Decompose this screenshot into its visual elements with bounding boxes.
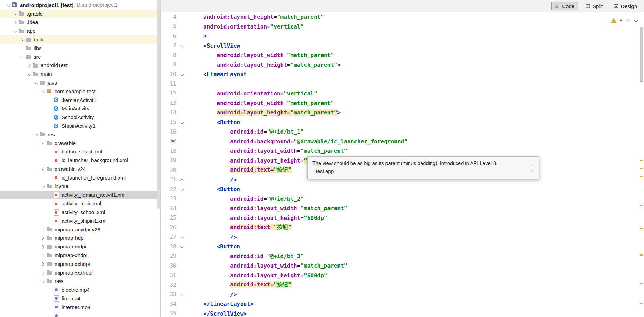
- tree-item-activity-main-xml[interactable]: activity_main.xml: [0, 199, 160, 208]
- code-text[interactable]: android:layout_height="match_parent">: [188, 62, 341, 68]
- fold-open-icon[interactable]: [176, 70, 188, 79]
- code-text[interactable]: android:background="@drawable/ic_launche…: [188, 138, 408, 145]
- tree-item-mipmap-xhdpi[interactable]: mipmap-xhdpi: [0, 251, 160, 260]
- tree-item-fire-mp4[interactable]: fire.mp4: [0, 294, 160, 303]
- code-text[interactable]: <Button: [188, 186, 240, 192]
- code-text[interactable]: android:orientation="vertical": [188, 90, 317, 97]
- split-mode-button[interactable]: Split: [582, 2, 606, 10]
- tree-item-ic-launcher-background-xml[interactable]: ic_launcher_background.xml: [0, 156, 160, 165]
- chevron-down-icon[interactable]: [33, 132, 39, 137]
- code-text[interactable]: android:layout_width="match_parent": [188, 262, 347, 269]
- fold-open-icon[interactable]: [176, 118, 188, 127]
- code-text[interactable]: android:layout_height="600dp": [188, 272, 327, 279]
- warning-stripe-mark[interactable]: [640, 228, 643, 229]
- fold-open-icon[interactable]: [176, 184, 188, 194]
- chevron-right-icon[interactable]: [40, 261, 46, 267]
- tree-item-activity-shipin1-xml[interactable]: activity_shipin1.xml: [0, 216, 160, 225]
- tree-item-build[interactable]: build: [0, 35, 160, 44]
- chevron-right-icon[interactable]: [40, 244, 46, 249]
- code-text[interactable]: android:text="按钮": [188, 224, 292, 231]
- chevron-down-icon[interactable]: [40, 88, 46, 94]
- tree-item-libs[interactable]: libs: [0, 44, 160, 53]
- tree-item-ic-launcher-foreground-xml[interactable]: ic_launcher_foreground.xml: [0, 173, 160, 182]
- tree-item-schoolactivity[interactable]: SchoolActivity: [0, 113, 160, 121]
- next-warning-icon[interactable]: [634, 18, 638, 23]
- tree-item-mipmap-xxhdpi[interactable]: mipmap-xxhdpi: [0, 260, 160, 268]
- code-text[interactable]: android:layout_height="match_parent": [188, 14, 324, 20]
- tree-item-internet-mp4[interactable]: internet.mp4: [0, 303, 160, 311]
- tree-item--idea[interactable]: .idea: [0, 18, 160, 27]
- code-text[interactable]: android:layout_width="match_parent": [188, 52, 334, 58]
- code-text[interactable]: <LinearLayout: [188, 71, 247, 78]
- code-text[interactable]: android:layout_width="match_parent": [188, 148, 347, 154]
- chevron-down-icon[interactable]: [6, 2, 11, 8]
- chevron-right-icon[interactable]: [19, 37, 25, 42]
- fold-open-icon[interactable]: [176, 41, 188, 51]
- warning-stripe-mark[interactable]: [640, 176, 643, 177]
- inspection-widget[interactable]: 8: [611, 17, 638, 23]
- chevron-down-icon[interactable]: [40, 166, 46, 172]
- fold-close-icon[interactable]: [176, 175, 188, 185]
- code-text[interactable]: />: [188, 176, 237, 183]
- code-text[interactable]: android:text="按钮": [188, 166, 292, 174]
- chevron-down-icon[interactable]: [13, 28, 18, 34]
- tree-item-app[interactable]: app: [0, 26, 160, 35]
- tree-item-mipmap-anydpi-v26[interactable]: mipmap-anydpi-v26: [0, 225, 160, 234]
- chevron-down-icon[interactable]: [26, 71, 32, 77]
- code-text[interactable]: android:text="按钮": [188, 281, 292, 288]
- chevron-right-icon[interactable]: [26, 63, 32, 68]
- code-text[interactable]: android:layout_width="match_parent": [188, 205, 347, 212]
- tree-item-mainactivity[interactable]: MainActivity: [0, 104, 160, 113]
- tree-item-main[interactable]: main: [0, 70, 160, 78]
- code-text[interactable]: </ScrollView>: [188, 310, 247, 317]
- tree-item-com-example-test[interactable]: com.example.test: [0, 87, 160, 96]
- tree-item-src[interactable]: src: [0, 53, 160, 61]
- chevron-right-icon[interactable]: [13, 11, 18, 16]
- code-text[interactable]: android:layout_width="match_parent": [188, 100, 334, 106]
- tree-item-electric-mp4[interactable]: electric.mp4: [0, 285, 160, 294]
- warning-stripe-mark[interactable]: [640, 160, 643, 161]
- code-text[interactable]: android:id="@+id/bt_2": [188, 196, 304, 202]
- code-mode-button[interactable]: Code: [551, 2, 578, 10]
- tree-item-mipmap-mdpi[interactable]: mipmap-mdpi: [0, 242, 160, 251]
- code-text[interactable]: </LinearLayout>: [188, 301, 254, 307]
- project-panel-scrollbar[interactable]: [157, 0, 160, 209]
- fold-close-icon[interactable]: [176, 232, 188, 242]
- fold-close-icon[interactable]: [176, 290, 188, 300]
- code-text[interactable]: android:layout_height="match_parent">: [188, 109, 341, 116]
- code-text[interactable]: android:layout_height="600dp": [188, 215, 327, 221]
- code-text[interactable]: />: [188, 234, 237, 240]
- chevron-down-icon[interactable]: [40, 278, 46, 284]
- chevron-down-icon[interactable]: [33, 80, 39, 86]
- code-text[interactable]: android:id="@+id/bt_1": [188, 128, 304, 135]
- design-mode-button[interactable]: Design: [610, 2, 641, 10]
- warning-stripe-mark[interactable]: [640, 254, 643, 256]
- warning-stripe-mark[interactable]: [640, 205, 643, 206]
- tree-item-res[interactable]: res: [0, 130, 160, 139]
- tree-item-raw[interactable]: raw: [0, 277, 160, 286]
- warning-stripe-mark[interactable]: [640, 283, 643, 284]
- code-text[interactable]: <Button: [188, 243, 240, 250]
- tree-item-jiemianactivit1[interactable]: JiemianActivit1: [0, 96, 160, 104]
- tree-item-mipmap-xxxhdpi[interactable]: mipmap-xxxhdpi: [0, 268, 160, 277]
- warning-stripe-mark[interactable]: [640, 168, 643, 169]
- chevron-right-icon[interactable]: [40, 253, 46, 258]
- code-text[interactable]: <ScrollView: [188, 42, 240, 49]
- chevron-right-icon[interactable]: [40, 227, 46, 232]
- chevron-down-icon[interactable]: [40, 140, 46, 146]
- tree-item-androidtest[interactable]: androidTest: [0, 61, 160, 70]
- tree-item-activity-jiemian-activit1-xml[interactable]: activity_jiemian_activit1.xml: [0, 191, 160, 199]
- chevron-right-icon[interactable]: [40, 235, 46, 241]
- tree-item-layout[interactable]: layout: [0, 182, 160, 191]
- tree-item-drawable[interactable]: drawable: [0, 139, 160, 148]
- chevron-right-icon[interactable]: [40, 270, 46, 275]
- code-text[interactable]: >: [188, 33, 207, 39]
- tree-item-partial[interactable]: [0, 311, 160, 317]
- chevron-right-icon[interactable]: [13, 19, 18, 25]
- tree-item-drawable-v24[interactable]: drawable-v24: [0, 165, 160, 173]
- warning-stripe-mark[interactable]: [640, 81, 643, 82]
- gutter-arrow-icon[interactable]: [176, 137, 188, 146]
- tree-item-button-select-xml[interactable]: button_select.xml: [0, 148, 160, 156]
- chevron-down-icon[interactable]: [19, 54, 25, 60]
- more-options-icon[interactable]: ⋮: [529, 164, 536, 172]
